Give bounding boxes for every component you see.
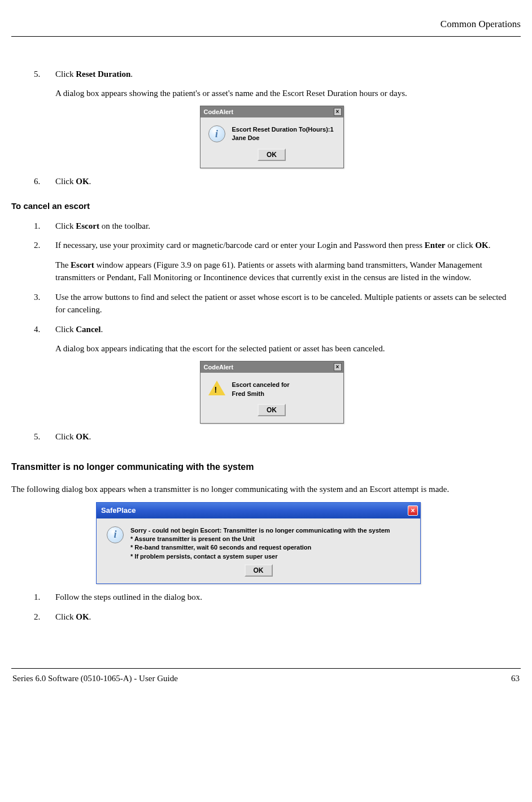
step-number: 2. — [34, 611, 55, 624]
list-item: 2. If necessary, use your proximity card… — [34, 239, 509, 284]
warning-icon — [208, 381, 225, 395]
dialog-message-line: Sorry - could not begin Escort: Transmit… — [130, 526, 390, 535]
close-icon[interactable]: × — [408, 505, 418, 516]
list-item: 5. Click Reset Duration. A dialog box ap… — [34, 68, 509, 100]
dialog-title: CodeAlert — [204, 363, 234, 372]
text: Use the arrow buttons to find and select… — [55, 293, 507, 315]
dialog-message-line: * Assure transmitter is present on the U… — [130, 535, 390, 543]
text: Click — [55, 221, 76, 230]
section-intro: The following dialog box appears when a … — [11, 483, 509, 496]
ui-ref: Cancel — [76, 325, 101, 334]
step-number: 1. — [34, 591, 55, 604]
close-icon[interactable]: × — [334, 363, 342, 371]
list-item: 3. Use the arrow buttons to find and sel… — [34, 291, 509, 316]
text: . — [130, 69, 133, 79]
text: or click — [445, 241, 475, 250]
dialog-figure: CodeAlert × i Escort Reset Duration To(H… — [34, 106, 509, 168]
dialog-figure: CodeAlert × Escort canceled for Fred Smi… — [34, 361, 509, 424]
ui-ref: OK — [76, 612, 89, 621]
step-number: 1. — [34, 220, 55, 233]
section-heading: To cancel an escort — [11, 200, 509, 213]
text: Click — [55, 612, 76, 621]
step-number: 3. — [34, 291, 55, 316]
close-icon[interactable]: × — [334, 108, 342, 116]
text: Click — [55, 325, 76, 334]
section-heading: Transmitter is no longer communicating w… — [11, 460, 509, 474]
footer-left: Series 6.0 Software (0510-1065-A) - User… — [12, 672, 178, 685]
dialog-titlebar: CodeAlert × — [200, 106, 343, 118]
text: window appears (Figure 3.9 on page 61). … — [55, 260, 482, 282]
ui-ref: Reset Duration — [76, 69, 130, 79]
text: Click — [55, 69, 76, 79]
ui-ref: Escort — [76, 221, 99, 230]
text: If necessary, use your proximity card or… — [55, 241, 425, 250]
dialog-message-line: Fred Smith — [232, 390, 290, 398]
codealert-dialog: CodeAlert × Escort canceled for Fred Smi… — [200, 361, 344, 424]
list-item: 4. Click Cancel. A dialog box appears in… — [34, 323, 509, 355]
list-item: 1. Click Escort on the toolbar. — [34, 220, 509, 233]
ok-button[interactable]: OK — [258, 404, 286, 416]
list-item: 6. Click OK. — [34, 175, 509, 188]
dialog-message-line: * If problem persists, contact a system … — [130, 552, 390, 561]
dialog-message-line: Escort canceled for — [232, 381, 290, 389]
text: Follow the steps outlined in the dialog … — [55, 592, 202, 602]
dialog-figure: SafePlace × i Sorry - could not begin Es… — [34, 502, 509, 584]
text: The — [55, 260, 71, 269]
text: . — [89, 177, 91, 186]
info-icon: i — [107, 526, 124, 543]
dialog-title: CodeAlert — [204, 107, 234, 117]
ui-ref: OK — [76, 432, 89, 441]
list-item: 5. Click OK. — [34, 430, 509, 443]
list-item: 2. Click OK. — [34, 611, 509, 624]
text: . — [101, 325, 103, 334]
header-rule — [11, 36, 521, 37]
step-description: A dialog box appears indicating that the… — [55, 342, 509, 355]
list-item: 1. Follow the steps outlined in the dial… — [34, 591, 509, 604]
text: Click — [55, 177, 76, 186]
dialog-titlebar: CodeAlert × — [200, 361, 343, 373]
dialog-message-line: Jane Doe — [232, 134, 334, 142]
step-number: 2. — [34, 239, 55, 284]
text: . — [489, 241, 491, 250]
chapter-title: Common Operations — [11, 17, 521, 32]
ui-ref: OK — [76, 177, 89, 186]
text: . — [89, 432, 91, 441]
ui-ref: OK — [475, 241, 488, 250]
ui-ref: Escort — [71, 260, 94, 269]
safeplace-dialog: SafePlace × i Sorry - could not begin Es… — [96, 502, 421, 584]
ui-ref: Enter — [425, 241, 446, 250]
step-number: 5. — [34, 68, 55, 100]
footer-rule — [11, 668, 521, 669]
dialog-titlebar: SafePlace × — [97, 503, 420, 518]
text: . — [89, 612, 91, 621]
step-number: 6. — [34, 175, 55, 188]
info-icon: i — [208, 125, 225, 142]
dialog-title: SafePlace — [101, 505, 136, 516]
text: Click — [55, 432, 76, 441]
ok-button[interactable]: OK — [258, 149, 286, 161]
ok-button[interactable]: OK — [245, 564, 273, 577]
step-number: 4. — [34, 323, 55, 355]
step-number: 5. — [34, 430, 55, 443]
codealert-dialog: CodeAlert × i Escort Reset Duration To(H… — [200, 106, 344, 168]
dialog-message-line: Escort Reset Duration To(Hours):1 — [232, 125, 334, 134]
dialog-message-line: * Re-band transmitter, wait 60 seconds a… — [130, 543, 390, 552]
page-number: 63 — [511, 672, 520, 685]
step-description: A dialog box appears showing the patient… — [55, 87, 509, 100]
text: on the toolbar. — [99, 221, 150, 230]
page-footer: Series 6.0 Software (0510-1065-A) - User… — [11, 672, 521, 685]
